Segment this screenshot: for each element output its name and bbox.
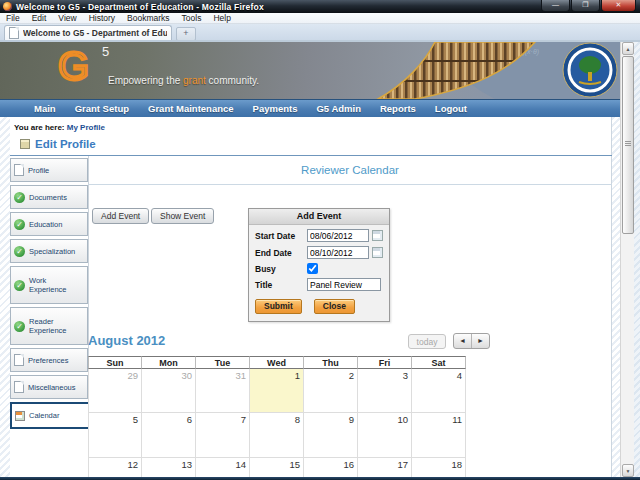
browser-tab[interactable]: Welcome to G5 - Department of Edu... <box>4 25 172 40</box>
calendar-day-cell[interactable]: 11 <box>412 413 466 458</box>
page-heading: Edit Profile <box>20 138 96 150</box>
calendar-day-cell[interactable]: 13 <box>142 458 196 477</box>
sidebar-item-calendar[interactable]: Calendar <box>10 402 90 429</box>
department-of-education-seal <box>563 43 617 97</box>
calendar-day-cell[interactable]: 30 <box>142 369 196 413</box>
calendar-day-cell[interactable]: 31 <box>196 369 250 413</box>
calendar-day-cell[interactable]: 6 <box>142 413 196 458</box>
calendar-day-cell[interactable]: 9 <box>304 413 358 458</box>
g5-banner: π(x)∫(x·θ) G 5 Empowering the grant comm… <box>0 42 640 99</box>
menu-tools[interactable]: Tools <box>176 13 208 23</box>
sidebar-item-miscellaneous[interactable]: Miscellaneous <box>10 375 88 399</box>
heading-divider <box>10 155 612 156</box>
calendar-day-cell[interactable]: 15 <box>250 458 304 477</box>
day-header-mon: Mon <box>142 356 196 369</box>
tab-title: Welcome to G5 - Department of Edu... <box>23 28 167 38</box>
dialog-title: Add Event <box>249 209 389 225</box>
banner-tagline: Empowering the grant community. <box>108 75 259 86</box>
menu-edit[interactable]: Edit <box>26 13 53 23</box>
calendar-day-cell[interactable]: 29 <box>88 369 142 413</box>
sidebar-item-work-experience[interactable]: ✓ Work Experience <box>10 266 88 304</box>
menu-file[interactable]: File <box>0 13 26 23</box>
section-title: Reviewer Calendar <box>88 164 612 176</box>
banner-artwork: π(x)∫(x·θ) <box>360 42 640 99</box>
page-icon <box>9 27 19 39</box>
day-header-sat: Sat <box>412 356 466 369</box>
window-right-frame <box>634 42 640 480</box>
prev-month-icon[interactable]: ◄ <box>454 334 472 348</box>
browser-menubar: File Edit View History Bookmarks Tools H… <box>0 13 640 24</box>
calendar-day-cell[interactable]: 3 <box>358 369 412 413</box>
nav-g5-admin[interactable]: G5 Admin <box>316 103 361 114</box>
vertical-scrollbar[interactable]: ▲ ▼ <box>620 42 634 477</box>
sidebar-item-education[interactable]: ✓ Education <box>10 212 88 236</box>
sidebar-item-documents[interactable]: ✓ Documents <box>10 185 88 209</box>
calendar-day-cell-today[interactable]: 1 <box>250 369 304 413</box>
calendar-icon <box>15 411 25 421</box>
edit-profile-icon <box>20 139 30 149</box>
check-circle-icon: ✓ <box>14 219 25 230</box>
add-event-button[interactable]: Add Event <box>92 208 149 224</box>
scrollbar-thumb[interactable] <box>622 56 634 234</box>
nav-main[interactable]: Main <box>34 103 56 114</box>
sidebar-item-specialization[interactable]: ✓ Specialization <box>10 239 88 263</box>
next-month-icon[interactable]: ► <box>472 334 489 348</box>
end-date-input[interactable] <box>307 246 369 259</box>
today-button[interactable]: today <box>408 334 446 349</box>
nav-grant-setup[interactable]: Grant Setup <box>75 103 129 114</box>
new-tab-button[interactable]: + <box>176 27 196 41</box>
close-dialog-button[interactable]: Close <box>314 299 355 314</box>
start-date-input[interactable] <box>307 229 369 242</box>
calendar-day-cell[interactable]: 7 <box>196 413 250 458</box>
close-button[interactable]: ✕ <box>601 0 636 12</box>
busy-checkbox[interactable] <box>307 263 318 274</box>
page-icon <box>14 354 24 366</box>
calendar-day-cell[interactable]: 16 <box>304 458 358 477</box>
nav-grant-maintenance[interactable]: Grant Maintenance <box>148 103 234 114</box>
sidebar-item-reader-experience[interactable]: ✓ Reader Experience <box>10 307 88 345</box>
scroll-down-icon[interactable]: ▼ <box>622 464 634 477</box>
minimize-button[interactable]: — <box>541 0 570 12</box>
window-title: Welcome to G5 - Department of Education … <box>16 2 264 12</box>
calendar-day-cell[interactable]: 5 <box>88 413 142 458</box>
calendar-day-cell[interactable]: 4 <box>412 369 466 413</box>
menu-view[interactable]: View <box>52 13 82 23</box>
nav-logout[interactable]: Logout <box>435 103 467 114</box>
title-label: Title <box>255 280 307 290</box>
event-title-input[interactable] <box>307 278 381 291</box>
calendar-month-title: August 2012 <box>88 333 165 348</box>
window-titlebar: Welcome to G5 - Department of Education … <box>0 0 640 13</box>
calendar-day-cell[interactable]: 2 <box>304 369 358 413</box>
sidebar-item-profile[interactable]: Profile <box>10 158 88 182</box>
datepicker-icon[interactable] <box>372 247 383 258</box>
sidebar-item-preferences[interactable]: Preferences <box>10 348 88 372</box>
profile-sidebar: Profile ✓ Documents ✓ Education ✓ Specia… <box>10 158 88 432</box>
page-title: Edit Profile <box>35 138 96 150</box>
calendar-day-cell[interactable]: 10 <box>358 413 412 458</box>
nav-reports[interactable]: Reports <box>380 103 416 114</box>
calendar-grid-wrapper: Sun Mon Tue Wed Thu Fri Sat 29 30 31 1 2… <box>88 356 468 477</box>
calendar-day-cell[interactable]: 18 <box>412 458 466 477</box>
menu-help[interactable]: Help <box>207 13 236 23</box>
calendar-day-cell[interactable]: 12 <box>88 458 142 477</box>
show-event-button[interactable]: Show Event <box>151 208 214 224</box>
check-circle-icon: ✓ <box>14 321 25 332</box>
maximize-button[interactable]: ❐ <box>571 0 600 12</box>
submit-button[interactable]: Submit <box>255 299 302 314</box>
breadcrumb: You are here: My Profile <box>14 123 105 132</box>
datepicker-icon[interactable] <box>372 230 383 241</box>
breadcrumb-my-profile[interactable]: My Profile <box>67 123 105 132</box>
day-header-sun: Sun <box>88 356 142 369</box>
calendar-day-cell[interactable]: 14 <box>196 458 250 477</box>
calendar-day-cell[interactable]: 8 <box>250 413 304 458</box>
scroll-up-icon[interactable]: ▲ <box>622 42 634 55</box>
calendar-day-cell[interactable]: 17 <box>358 458 412 477</box>
menu-history[interactable]: History <box>83 13 121 23</box>
nav-payments[interactable]: Payments <box>253 103 298 114</box>
day-header-thu: Thu <box>304 356 358 369</box>
day-header-tue: Tue <box>196 356 250 369</box>
day-header-fri: Fri <box>358 356 412 369</box>
calendar-nav-arrows: ◄ ► <box>453 333 490 349</box>
end-date-label: End Date <box>255 248 307 258</box>
menu-bookmarks[interactable]: Bookmarks <box>121 13 176 23</box>
